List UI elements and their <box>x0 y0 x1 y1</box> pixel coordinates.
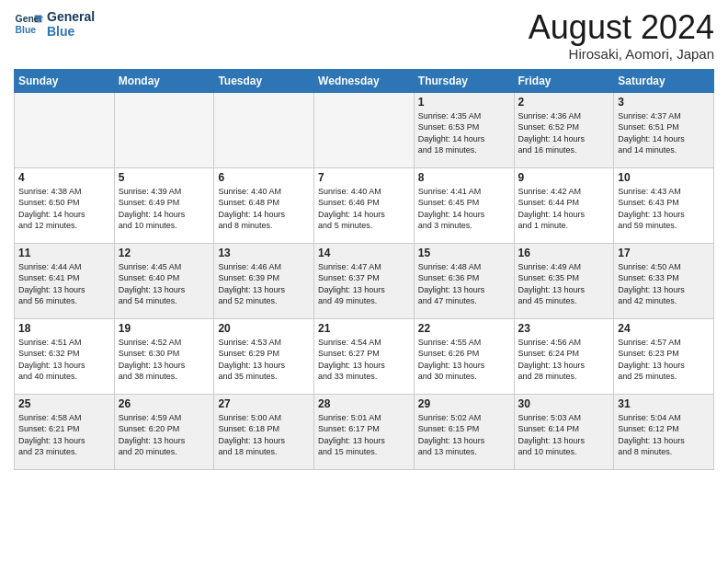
cell-week4-day2: 27Sunrise: 5:00 AM Sunset: 6:18 PM Dayli… <box>214 394 314 469</box>
cell-week2-day3: 14Sunrise: 4:47 AM Sunset: 6:37 PM Dayli… <box>314 243 415 318</box>
day-number: 25 <box>18 397 110 410</box>
title-block: August 2024 Hirosaki, Aomori, Japan <box>529 9 714 62</box>
day-number: 31 <box>618 397 710 410</box>
cell-week0-day0 <box>15 92 115 167</box>
day-info: Sunrise: 4:41 AM Sunset: 6:45 PM Dayligh… <box>418 186 510 232</box>
cell-week2-day5: 16Sunrise: 4:49 AM Sunset: 6:35 PM Dayli… <box>514 243 614 318</box>
day-info: Sunrise: 4:50 AM Sunset: 6:33 PM Dayligh… <box>618 261 710 307</box>
day-info: Sunrise: 4:55 AM Sunset: 6:26 PM Dayligh… <box>418 337 510 383</box>
cell-week4-day5: 30Sunrise: 5:03 AM Sunset: 6:14 PM Dayli… <box>514 394 614 469</box>
day-info: Sunrise: 5:01 AM Sunset: 6:17 PM Dayligh… <box>318 412 410 458</box>
logo: General Blue General Blue <box>14 9 95 39</box>
header-saturday: Saturday <box>614 69 714 92</box>
day-info: Sunrise: 4:48 AM Sunset: 6:36 PM Dayligh… <box>418 261 510 307</box>
cell-week0-day5: 2Sunrise: 4:36 AM Sunset: 6:52 PM Daylig… <box>514 92 614 167</box>
cell-week1-day3: 7Sunrise: 4:40 AM Sunset: 6:46 PM Daylig… <box>314 167 415 243</box>
day-number: 12 <box>119 247 210 259</box>
day-info: Sunrise: 4:58 AM Sunset: 6:21 PM Dayligh… <box>18 412 110 458</box>
cell-week3-day6: 24Sunrise: 4:57 AM Sunset: 6:23 PM Dayli… <box>614 318 714 394</box>
day-number: 21 <box>318 322 410 335</box>
day-number: 1 <box>418 96 510 109</box>
page-container: General Blue General Blue August 2024 Hi… <box>0 0 728 477</box>
week-row-1: 4Sunrise: 4:38 AM Sunset: 6:50 PM Daylig… <box>15 167 714 243</box>
day-number: 26 <box>119 397 210 410</box>
header-thursday: Thursday <box>414 69 514 92</box>
header-friday: Friday <box>514 69 614 92</box>
header-sunday: Sunday <box>15 69 115 92</box>
day-info: Sunrise: 4:53 AM Sunset: 6:29 PM Dayligh… <box>218 337 310 383</box>
day-info: Sunrise: 4:57 AM Sunset: 6:23 PM Dayligh… <box>618 337 710 383</box>
week-row-3: 18Sunrise: 4:51 AM Sunset: 6:32 PM Dayli… <box>15 318 714 394</box>
day-info: Sunrise: 4:42 AM Sunset: 6:44 PM Dayligh… <box>518 186 610 232</box>
header-row: SundayMondayTuesdayWednesdayThursdayFrid… <box>15 69 714 92</box>
cell-week3-day1: 19Sunrise: 4:52 AM Sunset: 6:30 PM Dayli… <box>114 318 214 394</box>
day-number: 14 <box>318 247 410 259</box>
day-number: 30 <box>518 397 610 410</box>
day-info: Sunrise: 4:51 AM Sunset: 6:32 PM Dayligh… <box>18 337 110 383</box>
day-number: 20 <box>218 322 310 335</box>
day-number: 13 <box>218 247 310 259</box>
location: Hirosaki, Aomori, Japan <box>529 46 714 62</box>
day-info: Sunrise: 4:59 AM Sunset: 6:20 PM Dayligh… <box>119 412 210 458</box>
cell-week2-day2: 13Sunrise: 4:46 AM Sunset: 6:39 PM Dayli… <box>214 243 314 318</box>
day-number: 16 <box>518 247 610 259</box>
svg-text:Blue: Blue <box>16 25 37 35</box>
cell-week3-day0: 18Sunrise: 4:51 AM Sunset: 6:32 PM Dayli… <box>15 318 115 394</box>
day-info: Sunrise: 5:02 AM Sunset: 6:15 PM Dayligh… <box>418 412 510 458</box>
day-number: 27 <box>218 397 310 410</box>
header-wednesday: Wednesday <box>314 69 415 92</box>
cell-week1-day1: 5Sunrise: 4:39 AM Sunset: 6:49 PM Daylig… <box>114 167 214 243</box>
day-info: Sunrise: 4:38 AM Sunset: 6:50 PM Dayligh… <box>18 186 110 232</box>
day-info: Sunrise: 4:39 AM Sunset: 6:49 PM Dayligh… <box>119 186 210 232</box>
month-title: August 2024 <box>529 9 714 46</box>
cell-week1-day4: 8Sunrise: 4:41 AM Sunset: 6:45 PM Daylig… <box>414 167 514 243</box>
day-number: 22 <box>418 322 510 335</box>
cell-week0-day1 <box>114 92 214 167</box>
day-number: 3 <box>618 96 710 109</box>
cell-week4-day0: 25Sunrise: 4:58 AM Sunset: 6:21 PM Dayli… <box>15 394 115 469</box>
day-info: Sunrise: 5:00 AM Sunset: 6:18 PM Dayligh… <box>218 412 310 458</box>
cell-week0-day6: 3Sunrise: 4:37 AM Sunset: 6:51 PM Daylig… <box>614 92 714 167</box>
day-info: Sunrise: 5:03 AM Sunset: 6:14 PM Dayligh… <box>518 412 610 458</box>
logo-icon: General Blue <box>14 9 43 39</box>
cell-week3-day3: 21Sunrise: 4:54 AM Sunset: 6:27 PM Dayli… <box>314 318 415 394</box>
day-info: Sunrise: 4:36 AM Sunset: 6:52 PM Dayligh… <box>518 110 610 156</box>
day-number: 23 <box>518 322 610 335</box>
cell-week3-day5: 23Sunrise: 4:56 AM Sunset: 6:24 PM Dayli… <box>514 318 614 394</box>
day-number: 4 <box>18 171 110 184</box>
day-info: Sunrise: 4:43 AM Sunset: 6:43 PM Dayligh… <box>618 186 710 232</box>
header: General Blue General Blue August 2024 Hi… <box>14 9 714 62</box>
cell-week0-day4: 1Sunrise: 4:35 AM Sunset: 6:53 PM Daylig… <box>414 92 514 167</box>
day-number: 17 <box>618 247 710 259</box>
day-number: 2 <box>518 96 610 109</box>
header-monday: Monday <box>114 69 214 92</box>
day-info: Sunrise: 4:45 AM Sunset: 6:40 PM Dayligh… <box>119 261 210 307</box>
cell-week0-day3 <box>314 92 415 167</box>
day-info: Sunrise: 4:35 AM Sunset: 6:53 PM Dayligh… <box>418 110 510 156</box>
cell-week1-day2: 6Sunrise: 4:40 AM Sunset: 6:48 PM Daylig… <box>214 167 314 243</box>
day-info: Sunrise: 4:47 AM Sunset: 6:37 PM Dayligh… <box>318 261 410 307</box>
cell-week1-day0: 4Sunrise: 4:38 AM Sunset: 6:50 PM Daylig… <box>15 167 115 243</box>
calendar-table: SundayMondayTuesdayWednesdayThursdayFrid… <box>14 69 714 470</box>
day-number: 10 <box>618 171 710 184</box>
cell-week2-day6: 17Sunrise: 4:50 AM Sunset: 6:33 PM Dayli… <box>614 243 714 318</box>
day-number: 7 <box>318 171 410 184</box>
cell-week3-day4: 22Sunrise: 4:55 AM Sunset: 6:26 PM Dayli… <box>414 318 514 394</box>
day-info: Sunrise: 4:54 AM Sunset: 6:27 PM Dayligh… <box>318 337 410 383</box>
cell-week4-day6: 31Sunrise: 5:04 AM Sunset: 6:12 PM Dayli… <box>614 394 714 469</box>
day-info: Sunrise: 4:37 AM Sunset: 6:51 PM Dayligh… <box>618 110 710 156</box>
day-info: Sunrise: 4:44 AM Sunset: 6:41 PM Dayligh… <box>18 261 110 307</box>
day-number: 8 <box>418 171 510 184</box>
week-row-2: 11Sunrise: 4:44 AM Sunset: 6:41 PM Dayli… <box>15 243 714 318</box>
day-info: Sunrise: 4:46 AM Sunset: 6:39 PM Dayligh… <box>218 261 310 307</box>
cell-week1-day5: 9Sunrise: 4:42 AM Sunset: 6:44 PM Daylig… <box>514 167 614 243</box>
day-info: Sunrise: 4:52 AM Sunset: 6:30 PM Dayligh… <box>119 337 210 383</box>
cell-week1-day6: 10Sunrise: 4:43 AM Sunset: 6:43 PM Dayli… <box>614 167 714 243</box>
day-number: 11 <box>18 247 110 259</box>
day-info: Sunrise: 4:40 AM Sunset: 6:46 PM Dayligh… <box>318 186 410 232</box>
cell-week0-day2 <box>214 92 314 167</box>
day-number: 28 <box>318 397 410 410</box>
day-number: 18 <box>18 322 110 335</box>
day-number: 5 <box>119 171 210 184</box>
day-number: 15 <box>418 247 510 259</box>
